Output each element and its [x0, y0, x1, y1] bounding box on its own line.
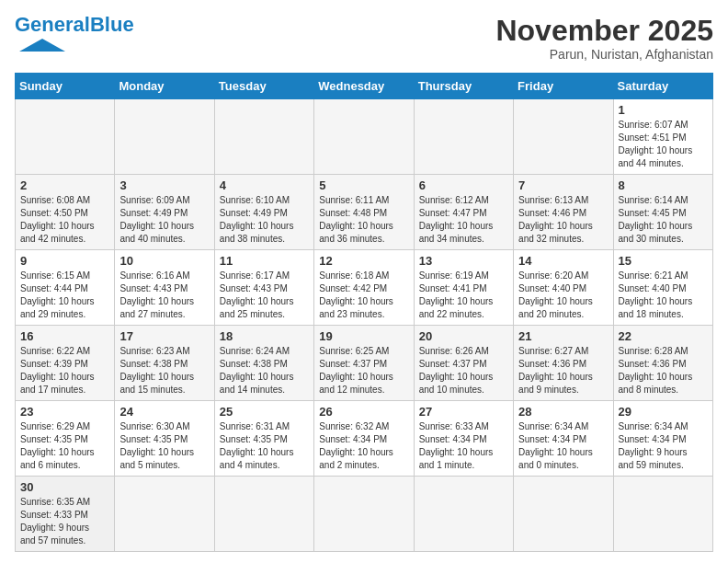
day-info: Sunrise: 6:11 AM Sunset: 4:48 PM Dayligh… — [319, 194, 408, 246]
day-info: Sunrise: 6:10 AM Sunset: 4:49 PM Dayligh… — [220, 194, 309, 246]
table-row: 30Sunrise: 6:35 AM Sunset: 4:33 PM Dayli… — [16, 477, 115, 552]
day-info: Sunrise: 6:18 AM Sunset: 4:42 PM Dayligh… — [319, 270, 408, 321]
day-number: 28 — [518, 405, 608, 419]
month-title: November 2025 — [495, 15, 713, 47]
day-info: Sunrise: 6:15 AM Sunset: 4:44 PM Dayligh… — [20, 270, 109, 321]
day-info: Sunrise: 6:22 AM Sunset: 4:39 PM Dayligh… — [20, 345, 109, 396]
table-row: 11Sunrise: 6:17 AM Sunset: 4:43 PM Dayli… — [214, 250, 313, 326]
day-info: Sunrise: 6:07 AM Sunset: 4:51 PM Dayligh… — [619, 119, 708, 170]
day-number: 14 — [518, 254, 608, 268]
logo-general: General — [15, 13, 90, 36]
col-wednesday: Wednesday — [314, 74, 414, 99]
table-row — [115, 477, 214, 552]
day-info: Sunrise: 6:13 AM Sunset: 4:46 PM Dayligh… — [518, 194, 608, 246]
day-info: Sunrise: 6:19 AM Sunset: 4:41 PM Dayligh… — [419, 270, 508, 321]
title-block: November 2025 Parun, Nuristan, Afghanist… — [495, 15, 713, 62]
calendar-table: Sunday Monday Tuesday Wednesday Thursday… — [15, 73, 713, 552]
table-row — [16, 99, 115, 175]
table-row: 12Sunrise: 6:18 AM Sunset: 4:42 PM Dayli… — [314, 250, 414, 326]
day-number: 24 — [119, 405, 209, 419]
day-number: 30 — [20, 480, 109, 494]
day-info: Sunrise: 6:25 AM Sunset: 4:37 PM Dayligh… — [319, 345, 408, 396]
table-row — [613, 477, 712, 552]
day-number: 10 — [119, 254, 209, 268]
calendar-header-row: Sunday Monday Tuesday Wednesday Thursday… — [16, 74, 713, 99]
col-monday: Monday — [115, 74, 214, 99]
day-number: 22 — [619, 329, 708, 343]
table-row: 20Sunrise: 6:26 AM Sunset: 4:37 PM Dayli… — [414, 326, 513, 401]
day-number: 8 — [619, 178, 708, 192]
day-number: 23 — [20, 405, 109, 419]
day-info: Sunrise: 6:16 AM Sunset: 4:43 PM Dayligh… — [119, 270, 209, 321]
page-header: GeneralBlue November 2025 Parun, Nurista… — [15, 15, 713, 62]
col-tuesday: Tuesday — [214, 74, 313, 99]
table-row: 1Sunrise: 6:07 AM Sunset: 4:51 PM Daylig… — [613, 99, 712, 175]
table-row: 28Sunrise: 6:34 AM Sunset: 4:34 PM Dayli… — [514, 401, 613, 477]
day-number: 18 — [220, 329, 309, 343]
calendar-week-row: 2Sunrise: 6:08 AM Sunset: 4:50 PM Daylig… — [16, 175, 713, 250]
day-info: Sunrise: 6:34 AM Sunset: 4:34 PM Dayligh… — [619, 420, 708, 472]
col-saturday: Saturday — [613, 74, 712, 99]
day-info: Sunrise: 6:31 AM Sunset: 4:35 PM Dayligh… — [220, 420, 309, 472]
table-row: 18Sunrise: 6:24 AM Sunset: 4:38 PM Dayli… — [214, 326, 313, 401]
table-row: 3Sunrise: 6:09 AM Sunset: 4:49 PM Daylig… — [115, 175, 214, 250]
table-row: 16Sunrise: 6:22 AM Sunset: 4:39 PM Dayli… — [16, 326, 115, 401]
table-row — [115, 99, 214, 175]
day-info: Sunrise: 6:08 AM Sunset: 4:50 PM Dayligh… — [20, 194, 109, 246]
day-number: 25 — [220, 405, 309, 419]
day-number: 16 — [20, 329, 109, 343]
location: Parun, Nuristan, Afghanistan — [495, 47, 713, 62]
day-info: Sunrise: 6:27 AM Sunset: 4:36 PM Dayligh… — [518, 345, 608, 396]
calendar-week-row: 23Sunrise: 6:29 AM Sunset: 4:35 PM Dayli… — [16, 401, 713, 477]
calendar-week-row: 1Sunrise: 6:07 AM Sunset: 4:51 PM Daylig… — [16, 99, 713, 175]
table-row: 5Sunrise: 6:11 AM Sunset: 4:48 PM Daylig… — [314, 175, 414, 250]
day-info: Sunrise: 6:17 AM Sunset: 4:43 PM Dayligh… — [220, 270, 309, 321]
day-info: Sunrise: 6:20 AM Sunset: 4:40 PM Dayligh… — [518, 270, 608, 321]
day-number: 1 — [619, 103, 708, 117]
day-info: Sunrise: 6:23 AM Sunset: 4:38 PM Dayligh… — [119, 345, 209, 396]
calendar-week-row: 16Sunrise: 6:22 AM Sunset: 4:39 PM Dayli… — [16, 326, 713, 401]
day-number: 17 — [119, 329, 209, 343]
table-row: 14Sunrise: 6:20 AM Sunset: 4:40 PM Dayli… — [514, 250, 613, 326]
logo-text: GeneralBlue — [15, 15, 134, 35]
table-row: 9Sunrise: 6:15 AM Sunset: 4:44 PM Daylig… — [16, 250, 115, 326]
day-number: 6 — [419, 178, 508, 192]
table-row — [514, 477, 613, 552]
day-number: 9 — [20, 254, 109, 268]
day-info: Sunrise: 6:35 AM Sunset: 4:33 PM Dayligh… — [20, 496, 109, 547]
table-row: 15Sunrise: 6:21 AM Sunset: 4:40 PM Dayli… — [613, 250, 712, 326]
calendar-week-row: 30Sunrise: 6:35 AM Sunset: 4:33 PM Dayli… — [16, 477, 713, 552]
table-row: 19Sunrise: 6:25 AM Sunset: 4:37 PM Dayli… — [314, 326, 414, 401]
day-info: Sunrise: 6:14 AM Sunset: 4:45 PM Dayligh… — [619, 194, 708, 246]
logo-icon — [15, 37, 70, 53]
table-row: 29Sunrise: 6:34 AM Sunset: 4:34 PM Dayli… — [613, 401, 712, 477]
table-row: 17Sunrise: 6:23 AM Sunset: 4:38 PM Dayli… — [115, 326, 214, 401]
table-row: 6Sunrise: 6:12 AM Sunset: 4:47 PM Daylig… — [414, 175, 513, 250]
day-info: Sunrise: 6:28 AM Sunset: 4:36 PM Dayligh… — [619, 345, 708, 396]
table-row: 10Sunrise: 6:16 AM Sunset: 4:43 PM Dayli… — [115, 250, 214, 326]
day-number: 3 — [119, 178, 209, 192]
table-row: 13Sunrise: 6:19 AM Sunset: 4:41 PM Dayli… — [414, 250, 513, 326]
table-row: 4Sunrise: 6:10 AM Sunset: 4:49 PM Daylig… — [214, 175, 313, 250]
day-number: 27 — [419, 405, 508, 419]
day-info: Sunrise: 6:24 AM Sunset: 4:38 PM Dayligh… — [220, 345, 309, 396]
day-number: 2 — [20, 178, 109, 192]
col-thursday: Thursday — [414, 74, 513, 99]
table-row — [314, 99, 414, 175]
day-number: 12 — [319, 254, 408, 268]
col-sunday: Sunday — [16, 74, 115, 99]
table-row: 7Sunrise: 6:13 AM Sunset: 4:46 PM Daylig… — [514, 175, 613, 250]
day-info: Sunrise: 6:21 AM Sunset: 4:40 PM Dayligh… — [619, 270, 708, 321]
day-number: 19 — [319, 329, 408, 343]
table-row: 23Sunrise: 6:29 AM Sunset: 4:35 PM Dayli… — [16, 401, 115, 477]
table-row — [314, 477, 414, 552]
svg-marker-0 — [19, 39, 65, 52]
day-info: Sunrise: 6:26 AM Sunset: 4:37 PM Dayligh… — [419, 345, 508, 396]
table-row — [514, 99, 613, 175]
day-number: 29 — [619, 405, 708, 419]
day-info: Sunrise: 6:32 AM Sunset: 4:34 PM Dayligh… — [319, 420, 408, 472]
day-number: 21 — [518, 329, 608, 343]
table-row: 2Sunrise: 6:08 AM Sunset: 4:50 PM Daylig… — [16, 175, 115, 250]
col-friday: Friday — [514, 74, 613, 99]
day-number: 15 — [619, 254, 708, 268]
